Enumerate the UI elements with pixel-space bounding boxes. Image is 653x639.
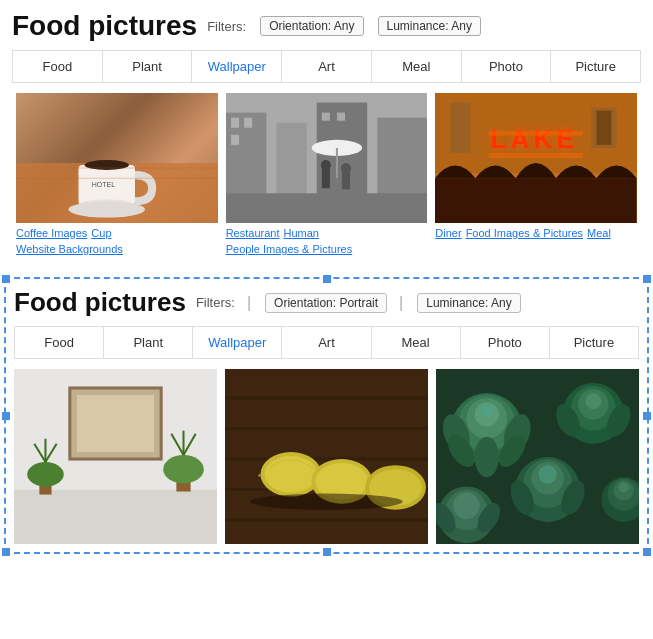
resize-handle-tr[interactable]: [643, 275, 651, 283]
svg-text:HOTEL: HOTEL: [92, 181, 116, 188]
resize-handle-bl[interactable]: [2, 548, 10, 556]
svg-point-41: [27, 462, 64, 486]
svg-rect-39: [77, 395, 154, 452]
tag-restaurant[interactable]: Restaurant: [226, 227, 280, 239]
svg-point-94: [619, 482, 629, 492]
svg-rect-25: [226, 193, 428, 223]
tag-meal[interactable]: Meal: [587, 227, 611, 239]
filter-pipe-1: |: [247, 294, 251, 312]
svg-rect-29: [489, 131, 584, 136]
svg-point-22: [320, 160, 330, 170]
second-tab-plant[interactable]: Plant: [103, 326, 192, 358]
top-image-grid: HOTEL Coffee Images Cup Website Backgrou…: [12, 93, 641, 263]
second-tab-meal[interactable]: Meal: [371, 326, 460, 358]
tab-plant[interactable]: Plant: [102, 50, 192, 82]
tag-cup[interactable]: Cup: [91, 227, 111, 239]
luminance-filter[interactable]: Luminance: Any: [378, 16, 481, 36]
second-category-tabs: Food Plant Wallpaper Art Meal Photo Pict…: [14, 326, 639, 359]
coffee-tags: Coffee Images Cup Website Backgrounds: [16, 227, 218, 255]
coffee-image[interactable]: HOTEL: [16, 93, 218, 223]
filter-pipe-2: |: [399, 294, 403, 312]
second-luminance-filter[interactable]: Luminance: Any: [417, 293, 520, 313]
tab-picture[interactable]: Picture: [550, 50, 641, 82]
svg-point-95: [481, 405, 493, 417]
top-category-tabs: Food Plant Wallpaper Art Meal Photo Pict…: [12, 50, 641, 83]
tag-human[interactable]: Human: [283, 227, 318, 239]
resize-handle-tl[interactable]: [2, 275, 10, 283]
restaurant-tags: Restaurant Human People Images & Picture…: [226, 227, 428, 255]
diner-image[interactable]: LAKE: [435, 93, 637, 223]
svg-rect-23: [342, 171, 350, 189]
second-section: Food pictures Filters: | Orientation: Po…: [4, 277, 649, 554]
svg-rect-33: [450, 103, 470, 153]
svg-point-77: [585, 393, 601, 409]
svg-rect-18: [337, 113, 345, 121]
second-title: Food pictures: [14, 287, 186, 318]
top-section: Food pictures Filters: Orientation: Any …: [0, 0, 653, 269]
second-tab-picture[interactable]: Picture: [549, 326, 639, 358]
image-card-diner: LAKE Diner: [435, 93, 637, 255]
second-tab-photo[interactable]: Photo: [460, 326, 549, 358]
svg-point-71: [475, 437, 499, 478]
second-header: Food pictures Filters: | Orientation: Po…: [14, 287, 639, 318]
second-tab-food[interactable]: Food: [14, 326, 103, 358]
resize-handle-bm[interactable]: [323, 548, 331, 556]
resize-handle-ml[interactable]: [2, 412, 10, 420]
svg-point-57: [265, 456, 318, 493]
image-card-coffee: HOTEL Coffee Images Cup Website Backgrou…: [16, 93, 218, 255]
second-filters-label: Filters:: [196, 295, 235, 310]
svg-point-96: [539, 465, 557, 483]
svg-point-46: [163, 455, 204, 483]
tag-people-images[interactable]: People Images & Pictures: [226, 243, 353, 255]
svg-rect-14: [231, 118, 239, 128]
svg-rect-21: [321, 168, 329, 188]
tab-food[interactable]: Food: [12, 50, 102, 82]
svg-rect-50: [225, 369, 428, 544]
svg-rect-16: [231, 135, 239, 145]
bottom-image-grid: [14, 369, 639, 544]
bottom-card-succulent[interactable]: [436, 369, 639, 544]
svg-rect-34: [435, 178, 637, 223]
svg-point-4: [68, 201, 145, 217]
svg-rect-37: [14, 489, 217, 544]
tag-website-backgrounds[interactable]: Website Backgrounds: [16, 243, 123, 255]
svg-rect-17: [321, 113, 329, 121]
svg-rect-30: [489, 153, 584, 158]
tab-wallpaper[interactable]: Wallpaper: [191, 50, 281, 82]
diner-tags: Diner Food Images & Pictures Meal: [435, 227, 637, 239]
orientation-filter[interactable]: Orientation: Any: [260, 16, 363, 36]
bottom-card-frame[interactable]: [14, 369, 217, 544]
second-tab-art[interactable]: Art: [281, 326, 370, 358]
page-title: Food pictures: [12, 10, 197, 42]
tab-photo[interactable]: Photo: [461, 50, 551, 82]
image-card-restaurant: Restaurant Human People Images & Picture…: [226, 93, 428, 255]
bottom-card-lemons[interactable]: [225, 369, 428, 544]
svg-point-24: [341, 163, 351, 173]
tag-coffee-images[interactable]: Coffee Images: [16, 227, 87, 239]
svg-rect-15: [244, 118, 252, 128]
tab-meal[interactable]: Meal: [371, 50, 461, 82]
second-orientation-filter[interactable]: Orientation: Portrait: [265, 293, 387, 313]
restaurant-image[interactable]: [226, 93, 428, 223]
svg-text:LAKE: LAKE: [491, 124, 578, 154]
tag-diner[interactable]: Diner: [435, 227, 461, 239]
page-header: Food pictures Filters: Orientation: Any …: [12, 10, 641, 42]
svg-point-82: [453, 493, 479, 519]
tab-art[interactable]: Art: [281, 50, 371, 82]
resize-handle-mr[interactable]: [643, 412, 651, 420]
filters-label: Filters:: [207, 19, 246, 34]
tag-food-images[interactable]: Food Images & Pictures: [466, 227, 583, 239]
resize-handle-br[interactable]: [643, 548, 651, 556]
svg-rect-32: [597, 111, 612, 145]
svg-point-62: [250, 494, 402, 510]
second-tab-wallpaper[interactable]: Wallpaper: [192, 326, 281, 358]
resize-handle-tm[interactable]: [323, 275, 331, 283]
